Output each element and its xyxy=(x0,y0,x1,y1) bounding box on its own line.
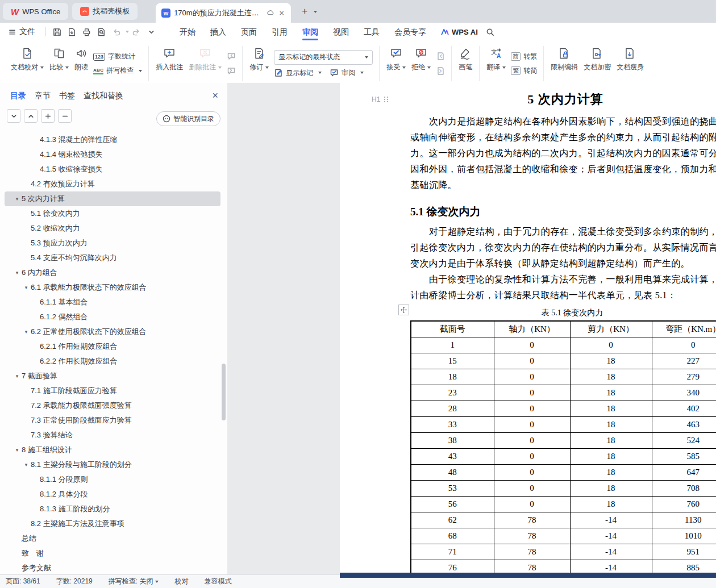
review-mode-button[interactable]: 审阅 xyxy=(330,68,364,78)
toc-item[interactable]: 7.2 承载能力极限截面强度验算 xyxy=(5,398,220,413)
page-indicator[interactable]: 页面: 38/61 xyxy=(6,577,40,586)
spell-check-button[interactable]: ABC 拼写检查 xyxy=(93,66,142,76)
table-cell[interactable]: 18 xyxy=(411,369,494,385)
doc-slim-button[interactable]: 文档瘦身 xyxy=(614,43,647,85)
toc-item[interactable]: 8.1.2 具体分段 xyxy=(5,487,220,502)
table-cell[interactable]: 0 xyxy=(652,337,716,353)
toc-item[interactable]: 7.3 正常使用阶段截面应力验算 xyxy=(5,413,220,428)
toc-expand-arrow-icon[interactable]: ▾ xyxy=(23,285,30,290)
toc-item[interactable]: 致 谢 xyxy=(5,546,220,561)
toc-expand-arrow-icon[interactable]: ▾ xyxy=(23,329,30,335)
table-cell[interactable]: 0 xyxy=(494,449,570,465)
table-cell[interactable]: 0 xyxy=(494,481,570,497)
pen-button[interactable]: 画笔 xyxy=(456,43,475,85)
translate-button[interactable]: 文A 翻译 xyxy=(484,43,509,85)
toc-item[interactable]: 7.1 施工阶段截面应力验算 xyxy=(5,383,220,398)
toc-item[interactable]: 5.1 徐变次内力 xyxy=(5,206,220,221)
toc-item[interactable]: 8.2 主梁施工方法及注意事项 xyxy=(5,516,220,531)
toc-item[interactable]: 4.1.4 钢束松弛损失 xyxy=(5,147,220,162)
tab-tools[interactable]: 工具 xyxy=(356,23,387,41)
encrypt-button[interactable]: 文档加密 xyxy=(581,43,614,85)
reject-button[interactable]: 拒绝 xyxy=(409,43,434,85)
toc-expand-arrow-icon[interactable]: ▾ xyxy=(14,373,20,379)
toc-item[interactable]: ▾6.2 正常使用极限状态下的效应组合 xyxy=(5,324,220,339)
previous-comment-button[interactable] xyxy=(227,52,236,61)
toc-item[interactable]: 6.1.2 偶然组合 xyxy=(5,310,220,324)
new-tab-button[interactable]: + xyxy=(298,5,311,18)
collapse-all-button[interactable] xyxy=(7,109,20,123)
toc-item[interactable]: 4.2 有效预应力计算 xyxy=(5,177,220,191)
word-count-button[interactable]: 123 字数统计 xyxy=(93,52,142,61)
spellcheck-status[interactable]: 拼写检查: 关闭 xyxy=(109,577,159,586)
table-cell[interactable]: 18 xyxy=(570,497,652,512)
table-cell[interactable]: 33 xyxy=(411,417,494,433)
customize-quickbar-button[interactable] xyxy=(144,25,158,39)
table-cell[interactable]: 279 xyxy=(652,369,716,385)
pane-tab-find-replace[interactable]: 查找和替换 xyxy=(84,91,123,101)
toc-item[interactable]: 6.2.2 作用长期效应组合 xyxy=(5,354,220,369)
toc-item[interactable]: 7.3 验算结论 xyxy=(5,428,220,443)
table-cell[interactable]: 71 xyxy=(411,544,494,560)
column-header[interactable]: 弯距（KN.m） xyxy=(652,321,716,337)
toc-item[interactable]: 4.1.5 收缩徐变损失 xyxy=(5,162,220,177)
table-cell[interactable]: 18 xyxy=(570,465,652,481)
table-cell[interactable]: 1 xyxy=(411,337,494,353)
table-cell[interactable]: 23 xyxy=(411,385,494,401)
undo-history-chevron-icon[interactable] xyxy=(126,31,129,33)
table-cell[interactable]: 78 xyxy=(494,544,570,560)
tab-page[interactable]: 页面 xyxy=(234,23,264,41)
toc-item[interactable]: ▾8 施工组织设计 xyxy=(5,443,220,457)
table-cell[interactable]: 56 xyxy=(411,497,494,512)
tab-view[interactable]: 视图 xyxy=(326,23,356,41)
redo-button[interactable] xyxy=(130,25,143,39)
table-cell[interactable]: 28 xyxy=(411,401,494,417)
wps-ai-button[interactable]: WPS AI xyxy=(440,27,478,36)
word-count-indicator[interactable]: 字数: 20219 xyxy=(56,577,93,586)
table-cell[interactable]: 18 xyxy=(570,481,652,497)
table-cell[interactable]: 18 xyxy=(570,449,652,465)
toc-item[interactable]: 6.1.1 基本组合 xyxy=(5,295,220,310)
tab-review[interactable]: 审阅 xyxy=(295,23,326,41)
document-page[interactable]: H1 5 次内力计算 次内力是指超静定结构在各种内外因素影响下，结构因受到强迫的… xyxy=(340,83,716,575)
table-cell[interactable]: 18 xyxy=(570,385,652,401)
toc-expand-arrow-icon[interactable]: ▾ xyxy=(23,462,30,468)
expand-all-button[interactable] xyxy=(24,109,38,123)
table-cell[interactable]: 647 xyxy=(652,465,716,481)
table-cell[interactable]: -14 xyxy=(570,512,652,528)
close-tab-icon[interactable]: × xyxy=(278,8,285,18)
toc-item[interactable]: ▾6 内力组合 xyxy=(5,265,220,280)
previous-change-button[interactable] xyxy=(436,52,445,61)
doc-proof-button[interactable]: 文档校对 xyxy=(8,43,47,85)
table-cell[interactable]: 18 xyxy=(570,401,652,417)
table-cell[interactable]: 1010 xyxy=(652,528,716,544)
delete-comment-button[interactable]: 删除批注 xyxy=(186,43,224,85)
tab-home[interactable]: 开始 xyxy=(172,23,203,41)
table-cell[interactable]: 62 xyxy=(411,512,494,528)
next-change-button[interactable] xyxy=(436,66,445,76)
proofread-button[interactable]: 校对 xyxy=(174,577,188,586)
table-cell[interactable]: 0 xyxy=(494,497,570,512)
toc-expand-arrow-icon[interactable]: ▾ xyxy=(14,196,20,202)
tab-document[interactable]: W 170m的预应力混凝土连续刚构 × xyxy=(156,3,291,23)
tab-reference[interactable]: 引用 xyxy=(264,23,295,41)
table-cell[interactable]: 43 xyxy=(411,449,494,465)
horizontal-scrollbar-thumb[interactable] xyxy=(340,573,716,578)
column-header[interactable]: 截面号 xyxy=(411,321,494,337)
table-cell[interactable]: 0 xyxy=(494,353,570,369)
column-header[interactable]: 轴力（KN） xyxy=(494,321,570,337)
undo-button[interactable] xyxy=(109,25,123,39)
print-preview-button[interactable] xyxy=(94,25,108,39)
next-comment-button[interactable] xyxy=(227,66,236,76)
table-cell[interactable]: 0 xyxy=(494,433,570,449)
tab-docer-template[interactable]: 找稻壳模板 xyxy=(72,3,138,20)
print-button[interactable] xyxy=(80,25,93,39)
table-cell[interactable]: 15 xyxy=(411,353,494,369)
restrict-edit-button[interactable]: 限制编辑 xyxy=(548,43,581,85)
toc-item[interactable]: 4.1.3 混凝土的弹性压缩 xyxy=(5,136,220,147)
table-cell[interactable]: 951 xyxy=(652,544,716,560)
file-menu-button[interactable]: 文件 xyxy=(0,27,42,37)
table-cell[interactable]: 402 xyxy=(652,401,716,417)
close-pane-icon[interactable]: × xyxy=(212,90,218,101)
toc-item[interactable]: 总结 xyxy=(5,531,220,546)
table-cell[interactable]: 227 xyxy=(652,353,716,369)
